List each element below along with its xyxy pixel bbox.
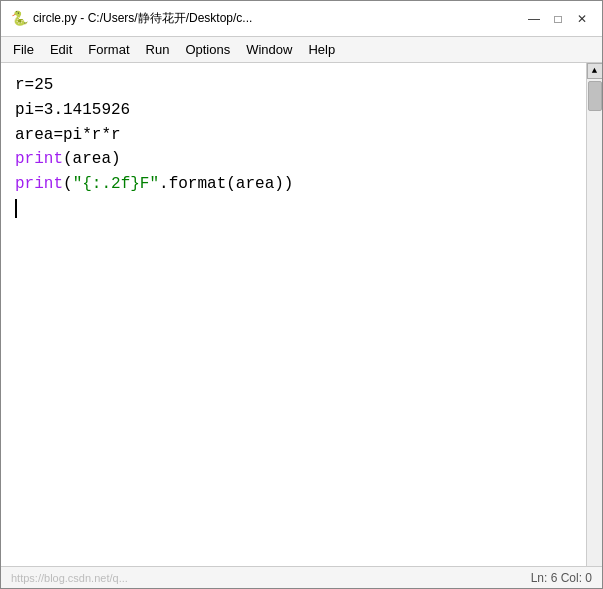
scroll-thumb[interactable]	[588, 81, 602, 111]
menu-run[interactable]: Run	[138, 40, 178, 59]
main-window: 🐍 circle.py - C:/Users/静待花开/Desktop/c...…	[0, 0, 603, 589]
maximize-button[interactable]: □	[548, 9, 568, 29]
window-controls: — □ ✕	[524, 9, 592, 29]
code-editor[interactable]: r=25 pi=3.1415926 area=pi*r*r print(area…	[1, 63, 586, 566]
scroll-up-arrow[interactable]: ▲	[587, 63, 603, 79]
code-line-2: pi=3.1415926	[15, 101, 130, 119]
window-title: circle.py - C:/Users/静待花开/Desktop/c...	[33, 10, 252, 27]
title-bar: 🐍 circle.py - C:/Users/静待花开/Desktop/c...…	[1, 1, 602, 37]
code-line-1: r=25	[15, 76, 53, 94]
cursor-position: Ln: 6 Col: 0	[531, 571, 592, 585]
code-line-5: print("{:.2f}F".format(area))	[15, 175, 293, 193]
menu-options[interactable]: Options	[177, 40, 238, 59]
text-cursor	[15, 199, 17, 218]
editor-area: r=25 pi=3.1415926 area=pi*r*r print(area…	[1, 63, 602, 566]
minimize-button[interactable]: —	[524, 9, 544, 29]
title-bar-left: 🐍 circle.py - C:/Users/静待花开/Desktop/c...	[11, 10, 252, 27]
vertical-scrollbar[interactable]: ▲	[586, 63, 602, 566]
watermark-text: https://blog.csdn.net/q...	[11, 572, 128, 584]
status-bar: https://blog.csdn.net/q... Ln: 6 Col: 0	[1, 566, 602, 588]
menu-format[interactable]: Format	[80, 40, 137, 59]
app-icon: 🐍	[11, 11, 27, 27]
menu-help[interactable]: Help	[300, 40, 343, 59]
menu-file[interactable]: File	[5, 40, 42, 59]
menu-bar: File Edit Format Run Options Window Help	[1, 37, 602, 63]
menu-edit[interactable]: Edit	[42, 40, 80, 59]
menu-window[interactable]: Window	[238, 40, 300, 59]
code-line-3: area=pi*r*r	[15, 126, 121, 144]
code-line-4: print(area)	[15, 150, 121, 168]
close-button[interactable]: ✕	[572, 9, 592, 29]
